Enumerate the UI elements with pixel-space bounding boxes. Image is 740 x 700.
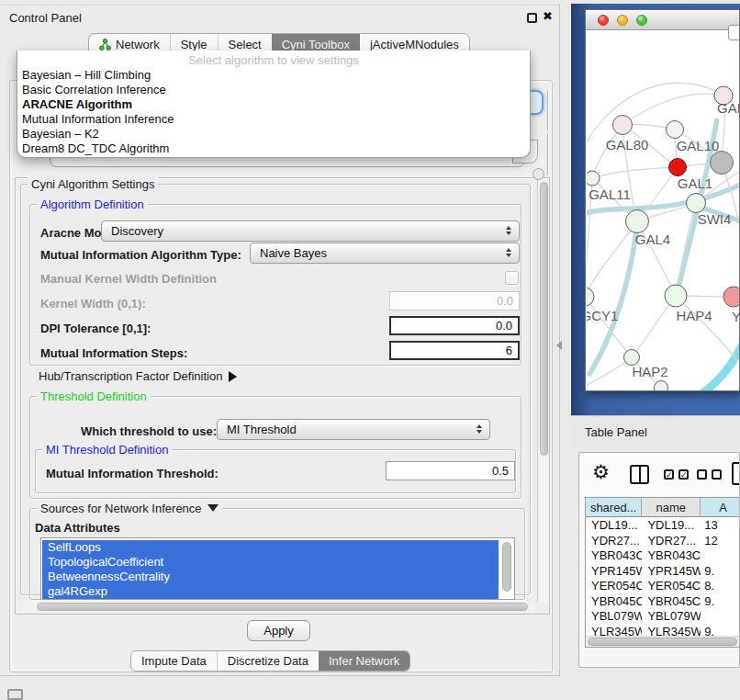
- column-header[interactable]: name: [642, 498, 701, 516]
- tab-infer-network[interactable]: Infer Network: [319, 651, 409, 671]
- mi-type-combo[interactable]: Naive Bayes: [250, 243, 520, 264]
- table-columns-icon[interactable]: [630, 465, 649, 484]
- dpi-tolerance-field[interactable]: 0.0: [389, 316, 520, 335]
- sources-group-title[interactable]: Sources for Network Inference: [37, 502, 222, 515]
- deselect-all-columns-icon[interactable]: [697, 469, 722, 480]
- new-table-icon[interactable]: [732, 462, 740, 485]
- attribute-item[interactable]: TopologicalCoefficient: [42, 555, 499, 570]
- scrollbar-thumb[interactable]: [37, 603, 528, 611]
- table-cell[interactable]: 12: [701, 534, 740, 549]
- tab-impute-data[interactable]: Impute Data: [131, 651, 217, 671]
- algorithm-combo-fragment[interactable]: [529, 90, 544, 115]
- table-body: YDL19...YDL19...13YDR27...YDR27...12YBR0…: [586, 518, 740, 636]
- table-row[interactable]: YLR345WYLR345W9.: [586, 625, 740, 637]
- network-node[interactable]: [711, 152, 734, 175]
- attribute-item[interactable]: gal4RGexp: [42, 584, 499, 599]
- table-cell[interactable]: [701, 548, 740, 564]
- settings-horizontal-scrollbar[interactable]: [16, 601, 535, 613]
- network-canvas[interactable]: GALGAL80GAL10GAL1GAL11SWI4GAL4GCY1HAP4YH…: [587, 31, 740, 391]
- network-node-y[interactable]: [723, 287, 740, 307]
- help-button-fragment[interactable]: [533, 168, 544, 180]
- list-scrollbar-thumb[interactable]: [502, 542, 511, 592]
- table-horizontal-scrollbar[interactable]: [586, 636, 740, 647]
- minimize-traffic-light-icon[interactable]: [617, 15, 628, 26]
- column-header[interactable]: shared...: [586, 498, 642, 516]
- table-cell[interactable]: 9.: [701, 594, 740, 610]
- table-cell[interactable]: YBR043C: [586, 548, 642, 564]
- network-node-hap2[interactable]: [624, 350, 640, 366]
- table-row[interactable]: YBR043CYBR043C: [586, 548, 740, 564]
- dropdown-option[interactable]: Dream8 DC_TDC Algorithm: [17, 141, 530, 156]
- column-header[interactable]: A: [701, 498, 740, 516]
- scrollbar-thumb[interactable]: [540, 182, 548, 456]
- gear-icon[interactable]: ⚙: [592, 461, 610, 483]
- mi-threshold-field[interactable]: 0.5: [386, 461, 515, 480]
- close-icon[interactable]: ✖: [543, 9, 553, 23]
- zoom-traffic-light-icon[interactable]: [636, 15, 647, 26]
- dropdown-option[interactable]: Basic Correlation Inference: [17, 83, 530, 97]
- table-cell[interactable]: YBR045C: [642, 594, 701, 610]
- network-node-hap4[interactable]: [665, 285, 687, 307]
- splitter-collapse-arrow[interactable]: [556, 341, 562, 350]
- table-row[interactable]: YPR145WYPR145W9.: [586, 564, 740, 580]
- network-node[interactable]: [655, 381, 668, 392]
- network-view-window[interactable]: GALGAL80GAL10GAL1GAL11SWI4GAL4GCY1HAP4YH…: [585, 9, 740, 391]
- table-cell[interactable]: YPR145W: [642, 564, 701, 580]
- table-cell[interactable]: YDR27...: [642, 534, 701, 549]
- table-row[interactable]: YBR045CYBR045C9.: [586, 594, 740, 610]
- network-graph-icon: [99, 39, 111, 51]
- table-cell[interactable]: 9.: [701, 625, 740, 637]
- table-cell[interactable]: YBR045C: [586, 594, 642, 610]
- close-traffic-light-icon[interactable]: [598, 15, 609, 26]
- scrollbar-thumb[interactable]: [588, 638, 737, 646]
- manual-kernel-checkbox[interactable]: [505, 271, 519, 285]
- table-cell[interactable]: YLR345W: [586, 625, 642, 637]
- table-cell[interactable]: YBL079W: [642, 609, 701, 625]
- network-node-gal1[interactable]: [669, 159, 687, 176]
- table-row[interactable]: YER054CYER054C8.: [586, 579, 740, 594]
- which-threshold-combo[interactable]: MI Threshold: [217, 419, 490, 440]
- table-cell[interactable]: [701, 609, 740, 625]
- aracne-mode-combo[interactable]: Discovery: [101, 220, 520, 242]
- network-node-gal11[interactable]: [587, 171, 600, 186]
- dropdown-option[interactable]: Bayesian – K2: [17, 127, 530, 141]
- table-row[interactable]: YDR27...YDR27...12: [586, 534, 740, 549]
- table-cell[interactable]: YLR345W: [642, 625, 701, 637]
- attribute-item[interactable]: BetweennessCentrality: [42, 570, 499, 584]
- table-cell[interactable]: YER054C: [586, 579, 642, 594]
- kernel-width-field[interactable]: 0.0: [389, 291, 520, 310]
- table-cell[interactable]: YPR145W: [586, 564, 642, 580]
- table-cell[interactable]: YER054C: [642, 579, 701, 594]
- mi-threshold-label: Mutual Information Threshold:: [46, 467, 219, 480]
- tab-discretize-data[interactable]: Discretize Data: [217, 651, 319, 671]
- dropdown-option[interactable]: Mutual Information Inference: [17, 112, 530, 127]
- table-row[interactable]: YBL079WYBL079W: [586, 609, 740, 625]
- minimized-panel-stub[interactable]: [7, 689, 23, 700]
- mi-steps-field[interactable]: 6: [389, 341, 520, 360]
- data-attributes-list[interactable]: SelfLoopsTopologicalCoefficientBetweenne…: [40, 537, 515, 600]
- float-window-icon[interactable]: [527, 13, 537, 23]
- table-cell[interactable]: YDL19...: [586, 518, 642, 534]
- table-cell[interactable]: YDR27...: [586, 534, 642, 549]
- control-panel-window: Control Panel ✖ NetworkStyleSelectCyni T…: [0, 5, 560, 676]
- table-cell[interactable]: 9.: [701, 564, 740, 580]
- select-all-columns-icon[interactable]: ✓✓: [664, 469, 689, 480]
- apply-button[interactable]: Apply: [247, 620, 310, 641]
- table-cell[interactable]: YBL079W: [586, 609, 642, 625]
- network-window-titlebar[interactable]: [586, 10, 739, 30]
- attribute-item[interactable]: SelfLoops: [42, 540, 499, 555]
- table-row[interactable]: YDL19...YDL19...13: [586, 518, 740, 534]
- network-node-gal80[interactable]: [613, 116, 633, 135]
- hub-definition-toggle[interactable]: Hub/Transcription Factor Definition: [39, 369, 237, 383]
- settings-vertical-scrollbar[interactable]: [537, 178, 549, 603]
- table-cell[interactable]: YBR043C: [642, 548, 701, 564]
- network-node-gal10[interactable]: [667, 121, 684, 139]
- network-node-gal4[interactable]: [626, 210, 649, 233]
- network-node-gcy1[interactable]: [587, 288, 594, 306]
- table-cell[interactable]: 13: [701, 518, 740, 534]
- table-cell[interactable]: YDL19...: [642, 518, 701, 534]
- table-cell[interactable]: 8.: [701, 579, 740, 594]
- dropdown-option[interactable]: Bayesian – Hill Climbing: [17, 68, 530, 83]
- dropdown-option[interactable]: ARACNE Algorithm: [17, 97, 530, 112]
- network-node-swi4[interactable]: [687, 194, 706, 213]
